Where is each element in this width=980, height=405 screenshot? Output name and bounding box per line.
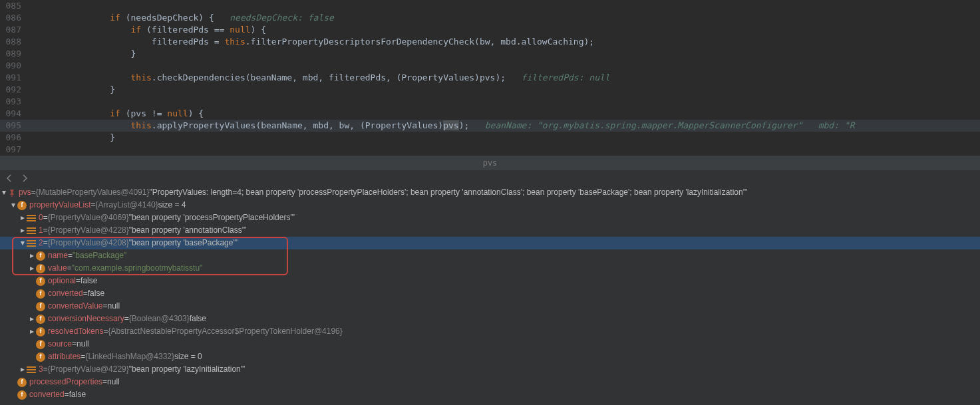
variable-convertedValue[interactable]: f convertedValue = null <box>0 300 980 313</box>
back-icon[interactable] <box>4 172 16 184</box>
line-number: 095 <box>0 120 27 132</box>
code-line[interactable]: 097 <box>0 144 980 156</box>
field-icon: f <box>36 315 45 324</box>
variable-processedProperties[interactable]: f processedProperties = null <box>0 376 980 388</box>
field-icon: f <box>17 201 27 210</box>
variable-converted-root[interactable]: f converted = false <box>0 388 980 401</box>
field-icon: f <box>36 340 45 349</box>
line-number: 094 <box>0 108 27 120</box>
field-icon: f <box>36 302 45 311</box>
field-icon: f <box>36 277 45 286</box>
field-icon: f <box>17 390 27 400</box>
list-item-0[interactable]: ▸ 0 = {PropertyValue@4069} "bean propert… <box>0 211 980 224</box>
code-content[interactable]: } <box>27 48 980 60</box>
twisty-down-icon[interactable]: ▾ <box>19 239 27 247</box>
forward-icon[interactable] <box>19 172 31 184</box>
list-element-icon <box>27 240 36 247</box>
line-number: 086 <box>0 12 27 24</box>
debugger-toolbar <box>0 170 980 186</box>
code-content[interactable]: this.applyPropertyValues(beanName, mbd, … <box>27 120 980 132</box>
code-content[interactable] <box>27 144 980 156</box>
twisty-right-icon[interactable]: ▸ <box>28 315 36 323</box>
twisty-right-icon[interactable]: ▸ <box>28 265 36 273</box>
code-content[interactable] <box>27 96 980 108</box>
code-line[interactable]: 094 if (pvs != null) { <box>0 108 980 120</box>
code-content[interactable]: this.checkDependencies(beanName, mbd, fi… <box>27 72 980 84</box>
line-number: 089 <box>0 48 27 60</box>
line-number: 085 <box>0 0 27 12</box>
variable-name[interactable]: ▸ f name = "basePackage" <box>0 249 980 262</box>
list-item-3[interactable]: ▸ 3 = {PropertyValue@4229} "bean propert… <box>0 363 980 376</box>
code-content[interactable]: if (needsDepCheck) { needsDepCheck: fals… <box>27 12 980 24</box>
field-icon: f <box>36 327 45 337</box>
code-line[interactable]: 087 if (filteredPds == null) { <box>0 24 980 36</box>
code-line[interactable]: 086 if (needsDepCheck) { needsDepCheck: … <box>0 12 980 24</box>
evaluate-expression-bar[interactable]: pvs <box>0 156 980 170</box>
line-number: 092 <box>0 84 27 96</box>
line-number: 091 <box>0 72 27 84</box>
variable-optional[interactable]: f optional = false <box>0 275 980 287</box>
line-number: 093 <box>0 96 27 108</box>
list-element-icon <box>27 227 36 234</box>
code-editor[interactable]: 085086 if (needsDepCheck) { needsDepChec… <box>0 0 980 156</box>
line-number: 090 <box>0 60 27 72</box>
variable-propertyValueList[interactable]: ▾ f propertyValueList = {ArrayList@4140}… <box>0 199 980 211</box>
twisty-down-icon[interactable]: ▾ <box>9 202 17 209</box>
twisty-right-icon[interactable]: ▸ <box>19 227 27 235</box>
pin-icon <box>8 188 17 198</box>
line-number: 088 <box>0 36 27 48</box>
variable-value[interactable]: ▸ f value = "com.example.springbootmybat… <box>0 262 980 275</box>
variable-resolvedTokens[interactable]: ▸ f resolvedTokens = {AbstractNestablePr… <box>0 325 980 338</box>
code-line[interactable]: 093 <box>0 96 980 108</box>
list-element-icon <box>27 215 36 221</box>
field-icon: f <box>36 289 45 299</box>
code-content[interactable]: filteredPds = this.filterPropertyDescrip… <box>27 36 980 48</box>
field-icon: f <box>17 378 27 387</box>
variable-source[interactable]: f source = null <box>0 338 980 350</box>
list-item-2[interactable]: ▾ 2 = {PropertyValue@4208} "bean propert… <box>0 237 980 249</box>
twisty-right-icon[interactable]: ▸ <box>28 328 36 336</box>
code-line[interactable]: 092 } <box>0 84 980 96</box>
variable-converted[interactable]: f converted = false <box>0 287 980 300</box>
field-icon: f <box>36 251 45 261</box>
line-number: 096 <box>0 132 27 144</box>
variable-conversionNecessary[interactable]: ▸ f conversionNecessary = {Boolean@4303}… <box>0 313 980 325</box>
line-number: 087 <box>0 24 27 36</box>
code-line[interactable]: 090 <box>0 60 980 72</box>
line-number: 097 <box>0 144 27 156</box>
code-content[interactable]: } <box>27 132 980 144</box>
list-element-icon <box>27 366 36 373</box>
code-content[interactable]: if (pvs != null) { <box>27 108 980 120</box>
twisty-right-icon[interactable]: ▸ <box>28 252 36 260</box>
twisty-right-icon[interactable]: ▸ <box>19 366 27 374</box>
code-content[interactable]: if (filteredPds == null) { <box>27 24 980 36</box>
variable-attributes[interactable]: f attributes = {LinkedHashMap@4332} size… <box>0 350 980 363</box>
var-name: pvs <box>19 186 31 199</box>
code-line[interactable]: 089 } <box>0 48 980 60</box>
code-content[interactable] <box>27 60 980 72</box>
list-item-1[interactable]: ▸ 1 = {PropertyValue@4228} "bean propert… <box>0 224 980 237</box>
code-line[interactable]: 088 filteredPds = this.filterPropertyDes… <box>0 36 980 48</box>
twisty-down-icon[interactable]: ▾ <box>0 189 8 197</box>
code-line[interactable]: 091 this.checkDependencies(beanName, mbd… <box>0 72 980 84</box>
code-line[interactable]: 096 } <box>0 132 980 144</box>
debugger-variables[interactable]: ▾ pvs = {MutablePropertyValues@4091} "Pr… <box>0 186 980 405</box>
code-content[interactable] <box>27 0 980 12</box>
field-icon: f <box>36 352 45 362</box>
code-line[interactable]: 085 <box>0 0 980 12</box>
field-icon: f <box>36 264 45 273</box>
code-content[interactable]: } <box>27 84 980 96</box>
twisty-right-icon[interactable]: ▸ <box>19 214 27 222</box>
code-line[interactable]: 095 this.applyPropertyValues(beanName, m… <box>0 120 980 132</box>
variable-root-pvs[interactable]: ▾ pvs = {MutablePropertyValues@4091} "Pr… <box>0 186 980 199</box>
